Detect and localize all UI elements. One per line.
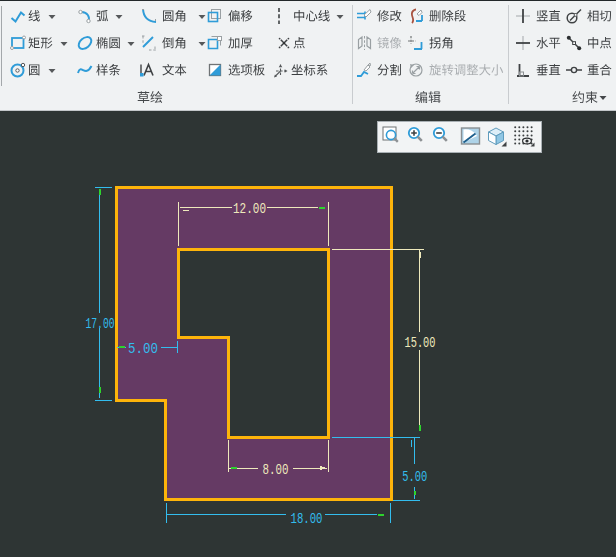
svg-text:17.00: 17.00 [86, 316, 115, 333]
svg-text:18.00: 18.00 [291, 511, 323, 528]
svg-text:5.00: 5.00 [402, 469, 427, 486]
svg-text:12.00: 12.00 [233, 201, 266, 218]
svg-text:15.00: 15.00 [405, 335, 436, 352]
svg-text:5.00: 5.00 [128, 341, 158, 358]
svg-text:8.00: 8.00 [263, 462, 289, 479]
